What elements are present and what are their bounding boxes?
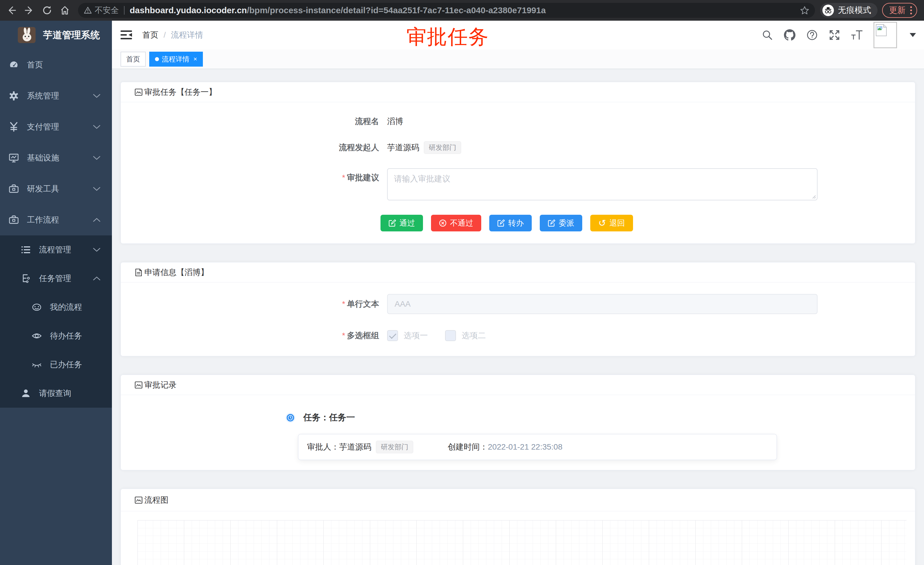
browser-reload-button[interactable] [41,4,53,17]
app-logo-row[interactable]: 芋道管理系统 [0,21,112,50]
checkbox-unchecked-icon [445,330,456,341]
avatar-caret-icon[interactable] [910,33,916,37]
single-text-value [394,299,810,309]
sidebar-item-dev-tools[interactable]: 研发工具 [0,173,112,204]
single-text-input[interactable] [387,294,818,314]
sidebar-item-process-management[interactable]: 流程管理 [0,236,112,264]
top-navbar: 首页 / 流程详情 审批任务 [112,21,924,50]
url-host: dashboard.yudao.iocoder.cn [130,6,247,15]
clock-icon [285,413,295,422]
sidebar-item-system[interactable]: 系统管理 [0,80,112,111]
sidebar-item-label: 支付管理 [27,122,59,132]
sidebar-item-my-process[interactable]: 我的流程 [0,293,112,322]
card-header: 申请信息【滔博】 [121,262,915,282]
bpmn-canvas[interactable] [138,520,906,565]
user-icon [21,388,31,398]
sidebar-item-label: 首页 [27,59,43,70]
sidebar-item-payment[interactable]: 支付管理 [0,111,112,143]
sidebar-item-workflow[interactable]: 工作流程 [0,204,112,236]
gear-icon [9,91,19,101]
comment-placeholder: 请输入审批建议 [394,174,450,183]
browser-menu-icon[interactable] [910,6,912,14]
sidebar-item-infrastructure[interactable]: 基础设施 [0,143,112,173]
checkbox-label: 选项一 [404,330,428,341]
breadcrumb: 首页 / 流程详情 [142,30,203,41]
checkbox-checked-icon [387,330,398,341]
card-header: 流程图 [121,489,915,511]
toolbox-icon [9,215,19,225]
dept-tag: 研发部门 [424,141,461,154]
reject-button[interactable]: 不通过 [431,215,481,231]
checkbox-option-2[interactable]: 选项二 [445,330,486,341]
url-path: /bpm/process-instance/detail?id=54aa251f… [247,6,546,15]
browser-back-button[interactable] [5,4,18,17]
tab-label: 首页 [126,54,140,64]
security-status[interactable]: 不安全 [84,5,119,16]
process-name-value: 滔博 [387,116,403,127]
forward-arrow-icon [25,7,32,14]
app-logo [18,27,36,43]
yen-icon [9,122,19,132]
home-icon [62,7,68,14]
sidebar-collapse-button[interactable] [120,30,132,40]
search-icon[interactable] [762,29,773,41]
sidebar-item-task-management[interactable]: 任务管理 [0,264,112,293]
browser-forward-button[interactable] [23,4,36,17]
return-button[interactable]: ↺ 退回 [590,215,633,231]
chevron-up-icon [93,276,100,281]
resize-grip-icon[interactable] [811,194,816,199]
card-body: *单行文本 *多选框组 选项一 [121,282,915,356]
dept-tag: 研发部门 [376,441,413,453]
sidebar-item-done-tasks[interactable]: 已办任务 [0,350,112,379]
tab-home[interactable]: 首页 [120,52,146,67]
delegate-button[interactable]: 委派 [540,215,582,231]
github-icon[interactable] [784,29,795,41]
workflow-submenu: 流程管理 任务管理 我的流程 待办任务 已办任务 [0,236,112,408]
edit-icon [497,219,505,227]
incognito-badge: 无痕模式 [820,3,878,18]
breadcrumb-home[interactable]: 首页 [142,30,158,41]
refresh-left-icon: ↺ [598,218,606,228]
eye-closed-icon [32,359,42,370]
url-text[interactable]: dashboard.yudao.iocoder.cn/bpm/process-i… [130,6,800,15]
sidebar-item-leave-query[interactable]: 请假查询 [0,379,112,408]
address-bar[interactable]: 不安全 dashboard.yudao.iocoder.cn/bpm/proce… [78,3,815,18]
fullscreen-icon[interactable] [829,29,840,41]
checkbox-option-1[interactable]: 选项一 [387,330,428,341]
required-asterisk: * [342,173,345,182]
form-row-process-name: 流程名 滔博 [121,116,915,127]
field-label: *单行文本 [121,299,379,310]
chevron-down-icon [93,248,100,252]
breadcrumb-current: 流程详情 [171,30,203,41]
avatar[interactable] [873,22,897,48]
help-icon[interactable] [806,29,818,41]
tab-process-detail[interactable]: 流程详情 × [149,52,203,67]
pass-button[interactable]: 通过 [381,215,423,231]
created-time-value: 2022-01-21 22:35:08 [488,442,562,452]
transfer-button[interactable]: 转办 [489,215,532,231]
chevron-down-icon [93,94,100,98]
sidebar-item-todo-tasks[interactable]: 待办任务 [0,322,112,350]
active-dot-icon [155,57,159,61]
warning-triangle-icon [84,6,92,14]
sidebar-item-label: 工作流程 [27,215,59,225]
incognito-label: 无痕模式 [838,5,871,16]
robot-icon [32,302,42,313]
tab-close-icon[interactable]: × [194,56,197,63]
chrome-update-button[interactable]: 更新 [882,3,917,18]
field-label: *多选框组 [121,330,379,341]
bookmark-star-button[interactable] [800,6,809,15]
sidebar-item-home[interactable]: 首页 [0,50,112,80]
card-header: 审批记录 [121,375,915,395]
card-title: 申请信息【滔博】 [144,267,208,278]
browser-home-button[interactable] [58,4,71,17]
comment-textarea[interactable]: 请输入审批建议 [387,168,818,200]
tag-view-bar: 首页 流程详情 × [112,50,924,69]
main-area: 首页 / 流程详情 审批任务 [112,21,924,565]
field-label: *审批建议 [121,168,379,183]
page-content: 审批任务【任务一】 流程名 滔博 流程发起人 芋道源码 研发部门 *审批建议 [112,69,924,565]
card-title: 流程图 [144,495,168,506]
font-size-icon[interactable] [851,29,862,41]
form-row-single-text: *单行文本 [121,294,915,314]
edit-icon [548,219,555,227]
